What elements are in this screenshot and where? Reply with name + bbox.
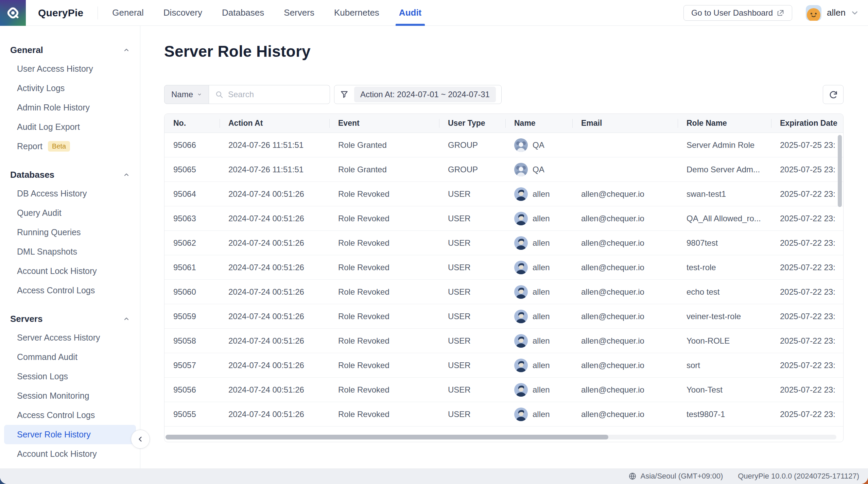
cell-email: allen@chequer.io (572, 182, 678, 206)
cell-event: Role Revoked (329, 353, 439, 377)
cell-action-at: 2024-07-24 00:51:26 (220, 206, 329, 230)
horizontal-scrollbar-thumb[interactable] (166, 435, 608, 439)
sidebar-collapse-button[interactable] (131, 430, 150, 449)
user-menu-chevron-down-icon[interactable] (850, 8, 859, 17)
cell-email: allen@chequer.io (572, 304, 678, 328)
sidebar-item-admin-role-history[interactable]: Admin Role History (4, 98, 136, 117)
filter-row: Name Action At: 2024-07-01 ~ 2024-07 (164, 85, 844, 104)
sidebar-section-header-general[interactable]: General (0, 41, 140, 59)
user-avatar-icon (514, 334, 528, 348)
cell-role-name: veiner-test-role (678, 304, 771, 328)
sidebar-item-running-queries[interactable]: Running Queries (4, 223, 136, 242)
table-row[interactable]: 95065 2024-07-26 11:51:51 Role Granted G… (164, 157, 843, 182)
column-header-role-name: Role Name (678, 114, 771, 133)
sidebar-item-label: Access Control Logs (17, 286, 95, 295)
nav-tab-discovery[interactable]: Discovery (163, 0, 202, 26)
horizontal-scrollbar[interactable] (166, 435, 836, 439)
cell-role-name: Server Admin Role (678, 133, 771, 157)
cell-role-name: QA_All Allowed_ro... (678, 206, 771, 230)
column-header-action-at: Action At (220, 114, 329, 133)
search-input[interactable] (228, 90, 324, 99)
globe-icon (628, 472, 637, 480)
user-avatar[interactable] (806, 5, 821, 21)
table-row[interactable]: 95056 2024-07-24 00:51:26 Role Revoked U… (164, 378, 843, 402)
table-row[interactable]: 95062 2024-07-24 00:51:26 Role Revoked U… (164, 231, 843, 255)
sidebar-item-label: Audit Log Export (17, 122, 80, 132)
cell-user-type: GROUP (439, 133, 505, 157)
cell-expiration: 2025-07-22 23: (771, 402, 843, 426)
cell-action-at: 2024-07-24 00:51:26 (220, 231, 329, 255)
sidebar-item-db-access-history[interactable]: DB Access History (4, 184, 136, 203)
table-row[interactable]: 95064 2024-07-24 00:51:26 Role Revoked U… (164, 182, 843, 206)
search-field-dropdown[interactable]: Name (164, 85, 209, 104)
sidebar-item-activity-logs[interactable]: Activity Logs (4, 79, 136, 98)
sidebar-item-session-logs[interactable]: Session Logs (4, 367, 136, 386)
cell-event: Role Revoked (329, 231, 439, 255)
table-row[interactable]: 95060 2024-07-24 00:51:26 Role Revoked U… (164, 280, 843, 304)
sidebar-item-report[interactable]: ReportBeta (4, 137, 136, 156)
sidebar-item-label: Account Lock History (17, 449, 97, 459)
cell-user-type: USER (439, 402, 505, 426)
name-text: allen (533, 238, 550, 248)
cell-name: allen (505, 353, 572, 377)
sidebar-item-query-audit[interactable]: Query Audit (4, 203, 136, 223)
sidebar-item-audit-log-export[interactable]: Audit Log Export (4, 117, 136, 137)
cell-name: allen (505, 231, 572, 255)
table-row[interactable]: 95058 2024-07-24 00:51:26 Role Revoked U… (164, 329, 843, 353)
table-row[interactable]: 95059 2024-07-24 00:51:26 Role Revoked U… (164, 304, 843, 329)
nav-tab-audit[interactable]: Audit (399, 0, 421, 26)
user-avatar-icon (514, 359, 528, 372)
sidebar-item-access-control-logs[interactable]: Access Control Logs (4, 405, 136, 425)
user-avatar-icon (514, 236, 528, 250)
sidebar-item-label: Activity Logs (17, 83, 65, 93)
user-name: allen (827, 7, 846, 18)
sidebar-item-session-monitoring[interactable]: Session Monitoring (4, 386, 136, 405)
sidebar-item-user-access-history[interactable]: User Access History (4, 59, 136, 79)
search-input-wrap (209, 85, 330, 104)
table-row[interactable]: 95055 2024-07-24 00:51:26 Role Revoked U… (164, 402, 843, 427)
cell-action-at: 2024-07-26 11:51:51 (220, 157, 329, 182)
nav-tab-kubernetes[interactable]: Kubernetes (334, 0, 379, 26)
sidebar-item-account-lock-history[interactable]: Account Lock History (4, 261, 136, 281)
table-row-partial (164, 427, 843, 435)
top-bar: QueryPie GeneralDiscoveryDatabasesServer… (0, 0, 868, 26)
name-text: allen (533, 263, 550, 272)
sidebar-item-dml-snapshots[interactable]: DML Snapshots (4, 242, 136, 261)
cell-no: 95062 (164, 231, 220, 255)
chevron-up-icon (123, 171, 130, 178)
sidebar-section-header-servers[interactable]: Servers (0, 310, 140, 328)
name-text: allen (533, 361, 550, 370)
sidebar-item-access-control-logs[interactable]: Access Control Logs (4, 281, 136, 300)
refresh-button[interactable] (823, 85, 844, 104)
table-row[interactable]: 95061 2024-07-24 00:51:26 Role Revoked U… (164, 255, 843, 280)
cell-action-at: 2024-07-24 00:51:26 (220, 304, 329, 328)
table-row[interactable]: 95057 2024-07-24 00:51:26 Role Revoked U… (164, 353, 843, 378)
sidebar-item-command-audit[interactable]: Command Audit (4, 347, 136, 367)
sidebar-item-server-role-history[interactable]: Server Role History (4, 425, 136, 444)
cell-email: allen@chequer.io (572, 353, 678, 377)
cell-expiration: 2025-07-22 23: (771, 182, 843, 206)
sidebar-item-account-lock-history[interactable]: Account Lock History (4, 444, 136, 464)
sidebar-item-server-access-history[interactable]: Server Access History (4, 328, 136, 347)
nav-tab-databases[interactable]: Databases (222, 0, 264, 26)
search-icon (215, 90, 223, 99)
cell-name: allen (505, 329, 572, 353)
date-filter[interactable]: Action At: 2024-07-01 ~ 2024-07-31 (334, 85, 502, 104)
cell-no: 95055 (164, 402, 220, 426)
column-header-event: Event (329, 114, 439, 133)
vertical-scrollbar-thumb[interactable] (838, 135, 842, 207)
sidebar: GeneralUser Access HistoryActivity LogsA… (0, 26, 140, 484)
nav-tab-general[interactable]: General (112, 0, 144, 26)
cell-action-at: 2024-07-26 11:51:51 (220, 133, 329, 157)
sidebar-item-label: Access Control Logs (17, 410, 95, 420)
go-to-user-dashboard-button[interactable]: Go to User Dashboard (683, 5, 792, 21)
search-combo: Name (164, 85, 330, 104)
cell-no: 95059 (164, 304, 220, 328)
nav-tab-servers[interactable]: Servers (284, 0, 314, 26)
table-row[interactable]: 95063 2024-07-24 00:51:26 Role Revoked U… (164, 206, 843, 231)
cell-expiration: 2025-07-22 23: (771, 304, 843, 328)
sidebar-section-header-databases[interactable]: Databases (0, 166, 140, 184)
cell-name: QA (505, 157, 572, 182)
table-row[interactable]: 95066 2024-07-26 11:51:51 Role Granted G… (164, 133, 843, 157)
timezone-label: Asia/Seoul (GMT+09:00) (641, 472, 723, 481)
